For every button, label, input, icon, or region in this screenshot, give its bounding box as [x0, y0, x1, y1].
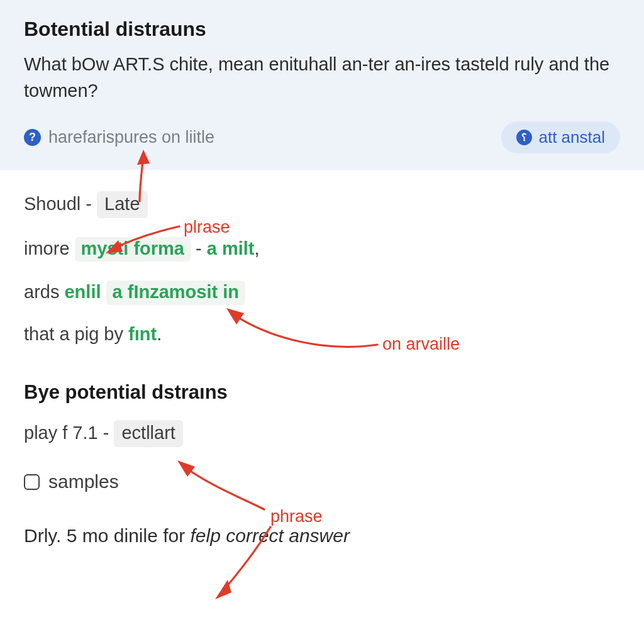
- checkbox-icon[interactable]: [24, 474, 40, 490]
- section-heading: Bye potential dstraıns: [24, 381, 620, 404]
- italic-text: felp correct answer: [191, 525, 350, 546]
- text: ards: [24, 282, 64, 302]
- text: .: [157, 324, 162, 344]
- green-token: fınt: [128, 324, 157, 344]
- line-4: that a pig by fınt.: [24, 324, 620, 345]
- text: imore: [24, 238, 75, 258]
- text: ,: [255, 238, 260, 258]
- question-text: What bOw ART.S chite, mean enituhall an-…: [24, 51, 620, 104]
- final-line: Drly. 5 mo dinile for felp correct answe…: [24, 525, 620, 547]
- checkbox-label: samples: [48, 471, 119, 492]
- green-token: a milt: [207, 238, 255, 258]
- line-3: ards enlil a fInzamosit in: [24, 280, 620, 305]
- section-2: Bye potential dstraıns play f 7.1 - eсtl…: [24, 381, 620, 547]
- text: Shoudl -: [24, 194, 97, 214]
- text: -: [191, 238, 207, 258]
- question-mark-icon: ?: [24, 129, 41, 146]
- card-meta-row: ? harefarispures on liitle ؟ att anstal: [24, 121, 620, 153]
- answer-area: Shoudl - Late imore mysti forma - a milt…: [0, 170, 644, 559]
- line-1: Shoudl - Late: [24, 191, 620, 218]
- text: [101, 282, 106, 302]
- info-icon: ؟: [516, 130, 532, 145]
- hint[interactable]: ? harefarispures on liitle: [24, 128, 214, 147]
- card-title: Botential distrauns: [24, 18, 620, 41]
- svg-marker-4: [215, 580, 231, 599]
- text: Drly. 5 mo dinile for: [24, 525, 191, 546]
- text: play f 7.1 -: [24, 423, 114, 443]
- line-2: imore mysti forma - a milt,: [24, 237, 620, 262]
- token-card[interactable]: Late: [97, 191, 147, 218]
- action-button-label: att anstal: [538, 128, 605, 147]
- text: that a pig by: [24, 324, 128, 344]
- play-line: play f 7.1 - eсtllart: [24, 420, 620, 447]
- green-token: enlil: [64, 282, 101, 302]
- highlight-token[interactable]: mysti forma: [75, 237, 191, 262]
- highlight-token[interactable]: a fInzamosit in: [106, 280, 245, 305]
- token-card[interactable]: eсtllart: [114, 420, 182, 447]
- question-card: Botential distrauns What bOw ART.S chite…: [0, 0, 644, 170]
- hint-label: harefarispures on liitle: [48, 128, 214, 147]
- action-button[interactable]: ؟ att anstal: [501, 121, 620, 153]
- checkbox-row[interactable]: samples: [24, 471, 620, 492]
